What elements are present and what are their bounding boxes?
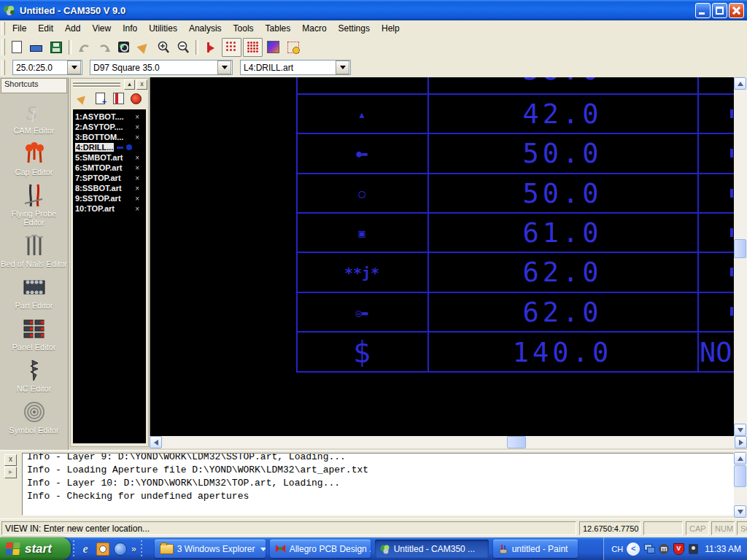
menu-add[interactable]: Add bbox=[59, 21, 86, 36]
menu-utilities[interactable]: Utilities bbox=[143, 21, 183, 36]
chevron-down-icon[interactable] bbox=[336, 61, 349, 74]
undo-button[interactable] bbox=[75, 39, 93, 56]
layer-off-toggle[interactable]: × bbox=[135, 113, 144, 121]
scroll-down-button[interactable] bbox=[734, 505, 746, 518]
quicklaunch-clock-icon[interactable] bbox=[96, 542, 109, 556]
tray-antivirus-icon[interactable]: V bbox=[673, 543, 684, 555]
menu-macro[interactable]: Macro bbox=[296, 21, 332, 36]
menu-tables[interactable]: Tables bbox=[260, 21, 297, 36]
aperture-select[interactable]: D97 Square 35.0 bbox=[90, 60, 233, 75]
menu-tools[interactable]: Tools bbox=[228, 21, 260, 36]
quicklaunch-ie-icon[interactable]: e bbox=[79, 542, 92, 556]
zoom-in-button[interactable] bbox=[154, 39, 172, 56]
menu-view[interactable]: View bbox=[86, 21, 117, 36]
scroll-up-button[interactable] bbox=[734, 77, 746, 90]
scroll-up-button[interactable] bbox=[734, 452, 746, 464]
panel-collapse-button[interactable]: ▴ bbox=[124, 79, 135, 90]
shortcut-part-editor[interactable]: Part Editor bbox=[0, 275, 68, 310]
layer-off-toggle[interactable]: × bbox=[135, 205, 144, 213]
shortcut-flying-probe-editor[interactable]: Flying Probe Editor bbox=[0, 183, 68, 227]
layer-off-toggle[interactable]: × bbox=[135, 184, 144, 192]
layer-off-toggle[interactable]: × bbox=[135, 133, 144, 141]
toolbar-gripper[interactable] bbox=[1, 60, 5, 76]
menu-analysis[interactable]: Analysis bbox=[183, 21, 228, 36]
new-button[interactable] bbox=[7, 39, 26, 56]
menu-info[interactable]: Info bbox=[117, 21, 143, 36]
layer-row[interactable]: 2:ASYTOP....× bbox=[73, 122, 146, 132]
tray-network-icon[interactable] bbox=[643, 543, 655, 555]
menu-settings[interactable]: Settings bbox=[333, 21, 376, 36]
layer-off-toggle[interactable]: × bbox=[135, 123, 144, 131]
open-button[interactable] bbox=[27, 39, 45, 56]
maximize-button[interactable] bbox=[712, 3, 727, 18]
menu-edit[interactable]: Edit bbox=[32, 21, 59, 36]
vscroll-thumb[interactable] bbox=[734, 239, 746, 258]
layer-row-selected[interactable]: 4:DRILL... bbox=[73, 142, 146, 152]
taskbar-item-windows-explorer[interactable]: 3 Windows Explorer bbox=[155, 540, 266, 558]
layer-color-dot[interactable] bbox=[126, 144, 132, 150]
log-close-button[interactable]: x bbox=[4, 454, 17, 466]
shortcut-panel-editor[interactable]: Panel Editor bbox=[0, 316, 68, 351]
scroll-right-button[interactable] bbox=[735, 436, 747, 448]
origin-button[interactable] bbox=[202, 39, 220, 56]
taskbar-item-paint[interactable]: untitled - Paint bbox=[493, 540, 578, 558]
shortcut-symbol-editor[interactable]: Symbol Editor bbox=[0, 400, 68, 435]
redraw-button[interactable] bbox=[134, 39, 152, 56]
start-button[interactable]: start bbox=[0, 537, 71, 560]
layer-row[interactable]: 1:ASYBOT....× bbox=[73, 112, 146, 122]
panel-gripper[interactable] bbox=[73, 82, 120, 88]
canvas-hscrollbar[interactable] bbox=[150, 436, 747, 448]
layer-row[interactable]: 5:SMBOT.art× bbox=[73, 152, 146, 163]
layer-row[interactable]: 3:BOTTOM...× bbox=[73, 132, 146, 142]
scroll-down-button[interactable] bbox=[734, 424, 746, 436]
chevron-down-icon[interactable] bbox=[67, 61, 81, 74]
save-button[interactable] bbox=[47, 39, 65, 56]
scroll-left-button[interactable] bbox=[150, 436, 162, 448]
layers-redraw-button[interactable] bbox=[75, 92, 90, 106]
view-film-button[interactable] bbox=[115, 39, 133, 56]
layers-add-button[interactable] bbox=[93, 92, 108, 106]
layer-row[interactable]: 10:TOP.art× bbox=[73, 203, 146, 214]
toolbar-gripper[interactable] bbox=[1, 39, 5, 55]
taskbar-item-cam350[interactable]: Untitled - CAM350 ... bbox=[375, 540, 489, 558]
log-output[interactable]: Info - Layer 9: D:\YOND\WORK\LDM32\SSTOP… bbox=[22, 453, 734, 516]
layer-off-toggle[interactable]: × bbox=[135, 174, 144, 182]
log-vscrollbar[interactable] bbox=[734, 452, 747, 518]
panel-close-button[interactable]: x bbox=[136, 79, 147, 90]
group-dropdown-icon[interactable] bbox=[260, 548, 265, 554]
quicklaunch-overflow-chevron[interactable]: » bbox=[131, 544, 136, 554]
vscroll-thumb[interactable] bbox=[734, 465, 746, 487]
layer-row[interactable]: 9:SSTOP.art× bbox=[73, 193, 146, 203]
redo-button[interactable] bbox=[95, 39, 113, 56]
hscroll-thumb[interactable] bbox=[507, 436, 526, 448]
language-indicator[interactable]: CH bbox=[611, 545, 623, 553]
layer-color-dash[interactable] bbox=[117, 147, 123, 149]
shortcut-cam-editor[interactable]: Sf CAM Editor bbox=[0, 100, 68, 135]
log-expand-button[interactable]: ▸ bbox=[4, 467, 17, 478]
grid-button[interactable] bbox=[243, 38, 263, 57]
grid-select[interactable]: 25.0:25.0 bbox=[12, 60, 82, 75]
layers-film-button[interactable] bbox=[129, 92, 144, 106]
layer-row[interactable]: 6:SMTOP.art× bbox=[73, 163, 146, 173]
shortcut-cap-editor[interactable]: Cap Editor bbox=[0, 141, 68, 176]
close-button[interactable] bbox=[729, 3, 744, 18]
quicklaunch-app-icon[interactable] bbox=[114, 542, 127, 556]
shortcut-nc-editor[interactable]: NC Editor bbox=[0, 358, 68, 393]
chevron-down-icon[interactable] bbox=[217, 61, 231, 74]
tray-security-icon[interactable] bbox=[687, 543, 699, 555]
layers-table-button[interactable] bbox=[111, 92, 125, 106]
layer-row[interactable]: 7:SPTOP.art× bbox=[73, 173, 146, 183]
minimize-button[interactable] bbox=[695, 3, 711, 18]
tray-browser-icon[interactable]: m bbox=[658, 543, 670, 555]
layers-panel-titlebar[interactable]: ▴ x bbox=[71, 79, 148, 90]
shortcut-bed-of-nails-editor[interactable]: Bed of Nails Editor bbox=[0, 233, 68, 268]
layer-select[interactable]: L4:DRILL.art bbox=[240, 60, 351, 75]
grid-snap-button[interactable] bbox=[222, 38, 241, 57]
shortcuts-header[interactable]: Shortcuts bbox=[1, 78, 67, 93]
toolbar-gripper[interactable] bbox=[1, 22, 5, 35]
canvas-vscrollbar[interactable] bbox=[734, 77, 747, 436]
layer-row[interactable]: 8:SSBOT.art× bbox=[73, 183, 146, 193]
layer-off-toggle[interactable]: × bbox=[135, 154, 144, 162]
menu-file[interactable]: File bbox=[7, 21, 32, 36]
taskbar-item-allegro[interactable]: Allegro PCB Design ... bbox=[270, 540, 371, 558]
